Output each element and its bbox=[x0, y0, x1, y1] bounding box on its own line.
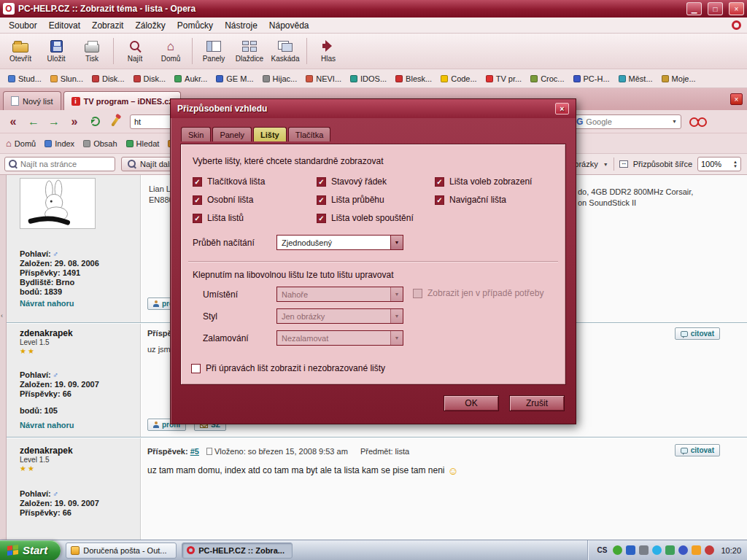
checkbox-unchecked-icon[interactable] bbox=[191, 364, 201, 373]
find-button[interactable]: Najít bbox=[117, 35, 152, 67]
checkbox-lista-voleb-zobrazeni[interactable]: Lišta voleb zobrazení bbox=[435, 176, 532, 187]
menu-item-napoveda[interactable]: Nápověda bbox=[263, 19, 315, 32]
tray-messenger-icon[interactable] bbox=[613, 545, 622, 555]
close-tab-button[interactable]: × bbox=[730, 93, 743, 105]
post-number-link[interactable]: #5 bbox=[190, 447, 199, 456]
web-search-input[interactable] bbox=[586, 117, 669, 126]
checkbox-checked-icon[interactable] bbox=[193, 195, 202, 205]
menu-item-zobrazit[interactable]: Zobrazit bbox=[86, 19, 129, 32]
tray-volume-icon[interactable] bbox=[639, 545, 649, 555]
bookmark-item[interactable]: Aukr... bbox=[170, 73, 212, 85]
menu-item-zalozky[interactable]: Záložky bbox=[129, 19, 171, 32]
voice-button[interactable]: Hlas bbox=[311, 35, 346, 67]
bookmark-item[interactable]: Croc... bbox=[526, 73, 568, 85]
language-indicator[interactable]: CS bbox=[595, 545, 610, 555]
bookmark-item[interactable]: Code... bbox=[436, 73, 481, 85]
checkbox-checked-icon[interactable] bbox=[193, 214, 202, 223]
bookmark-item[interactable]: Disk... bbox=[129, 73, 171, 85]
bookmark-item[interactable]: Blesk... bbox=[391, 73, 436, 85]
checkbox-tlacitkova-lista[interactable]: Tlačítková lišta bbox=[193, 176, 265, 187]
forward-button[interactable]: → bbox=[45, 113, 63, 131]
fit-width-toggle[interactable]: Přizpůsobit šířce bbox=[633, 160, 692, 168]
checkbox-osobni-lista[interactable]: Osobní lišta bbox=[193, 195, 253, 205]
bookmark-item[interactable]: NEVI... bbox=[301, 73, 346, 85]
ok-button[interactable]: OK bbox=[444, 395, 499, 411]
maximize-button[interactable]: □ bbox=[708, 2, 723, 15]
dialog-close-button[interactable]: × bbox=[555, 103, 569, 114]
bookmark-item[interactable]: Měst... bbox=[614, 73, 657, 85]
back-button[interactable]: ← bbox=[25, 113, 42, 131]
bookmark-item[interactable]: Hijac... bbox=[258, 73, 302, 85]
tile-button[interactable]: Dlaždice bbox=[232, 35, 267, 67]
checkbox-lista-voleb-spousteni[interactable]: Lišta voleb spouštění bbox=[317, 213, 414, 223]
author-username[interactable]: zdenakrapek bbox=[20, 446, 73, 456]
save-button[interactable]: Uložit bbox=[39, 35, 74, 67]
checkbox-navigacni-lista[interactable]: Navigační lišta bbox=[435, 195, 506, 205]
print-button[interactable]: Tisk bbox=[74, 35, 109, 67]
checkbox-checked-icon[interactable] bbox=[317, 214, 326, 223]
chevron-down-icon[interactable]: ▼ bbox=[603, 162, 608, 167]
sitenav-index[interactable]: Index bbox=[44, 139, 74, 148]
tab-new-page[interactable]: Nový list bbox=[3, 91, 61, 110]
zoom-spinner[interactable]: ▲▼ bbox=[733, 160, 738, 168]
checkbox-lista-prubehu[interactable]: Lišta průběhu bbox=[317, 195, 384, 205]
bookmark-item[interactable]: Slun... bbox=[46, 73, 88, 85]
progress-dropdown[interactable]: Zjednodušený ▼ bbox=[276, 235, 403, 250]
tab-tlacitka[interactable]: Tlačítka bbox=[288, 127, 331, 141]
reload-button[interactable] bbox=[86, 113, 104, 131]
tray-alert-icon[interactable] bbox=[705, 545, 714, 555]
tab-listy[interactable]: Lišty bbox=[253, 127, 287, 141]
cascade-button[interactable]: Kaskáda bbox=[268, 35, 303, 67]
close-button[interactable]: × bbox=[729, 2, 744, 15]
checkbox-stavovy-radek[interactable]: Stavový řádek bbox=[317, 176, 387, 187]
images-dropdown[interactable]: brázky bbox=[574, 160, 597, 168]
tray-update-icon[interactable] bbox=[665, 545, 675, 555]
quote-button[interactable]: citovat bbox=[675, 327, 720, 340]
checkbox-lista-listu[interactable]: Lišta listů bbox=[193, 213, 244, 223]
checkbox-checked-icon[interactable] bbox=[317, 177, 326, 187]
bookmark-item[interactable]: IDOS... bbox=[346, 73, 391, 85]
sitenav-home[interactable]: ⌂Domů bbox=[6, 139, 36, 148]
menu-item-nastroje[interactable]: Nástroje bbox=[219, 19, 263, 32]
quote-button[interactable]: citovat bbox=[675, 444, 720, 456]
sitenav-contents[interactable]: Obsah bbox=[83, 139, 117, 148]
checkbox-checked-icon[interactable] bbox=[435, 177, 444, 187]
bookmark-item[interactable]: Moje... bbox=[657, 73, 700, 85]
start-button[interactable]: Start bbox=[0, 540, 61, 560]
quick-preferences-button[interactable] bbox=[107, 113, 124, 131]
zoom-glasses-button[interactable] bbox=[687, 114, 709, 130]
back-to-top-link[interactable]: Návrat nahoru bbox=[20, 421, 74, 429]
tab-skin[interactable]: Skin bbox=[181, 127, 211, 141]
tray-mail-icon[interactable] bbox=[678, 545, 688, 555]
tray-network-icon[interactable] bbox=[652, 545, 662, 555]
menu-item-pomucky[interactable]: Pomůcky bbox=[171, 19, 219, 32]
panel-toggle-strip[interactable]: ‹ bbox=[0, 175, 7, 540]
bookmark-item[interactable]: PC-H... bbox=[569, 73, 614, 85]
tab-panely[interactable]: Panely bbox=[212, 127, 252, 141]
taskbar-item-opera[interactable]: PC-HELP.CZ :: Zobra... bbox=[182, 542, 293, 559]
minimize-button[interactable]: ▁ bbox=[686, 2, 702, 15]
find-input[interactable] bbox=[20, 160, 111, 168]
checkbox-checked-icon[interactable] bbox=[435, 195, 444, 205]
taskbar-item-outlook[interactable]: Doručená pošta - Out... bbox=[66, 542, 177, 559]
tray-antivirus-icon[interactable] bbox=[626, 545, 635, 555]
panels-button[interactable]: Panely bbox=[196, 35, 231, 67]
rewind-button[interactable]: « bbox=[4, 113, 22, 131]
bookmark-item[interactable]: Stud... bbox=[4, 73, 46, 85]
bookmark-item[interactable]: Disk... bbox=[88, 73, 129, 85]
checkbox-show-hidden-toolbars[interactable]: Při úpravách lišt zobrazit i nezobrazova… bbox=[191, 363, 385, 373]
checkbox-checked-icon[interactable] bbox=[317, 195, 326, 205]
back-to-top-link[interactable]: Návrat nahoru bbox=[20, 299, 74, 308]
fast-forward-button[interactable]: » bbox=[66, 113, 83, 131]
zoom-select[interactable]: 100% ▲▼ bbox=[697, 157, 741, 171]
sitenav-search[interactable]: Hledat bbox=[126, 139, 160, 148]
menu-item-soubor[interactable]: Soubor bbox=[3, 19, 43, 32]
open-button[interactable]: Otevřít bbox=[3, 35, 38, 67]
tray-scheduler-icon[interactable] bbox=[692, 545, 701, 555]
home-button[interactable]: ⌂ Domů bbox=[153, 35, 188, 67]
bookmark-item[interactable]: TV pr... bbox=[481, 73, 526, 85]
menu-item-editovat[interactable]: Editovat bbox=[43, 19, 86, 32]
checkbox-checked-icon[interactable] bbox=[193, 177, 202, 187]
tab-tv-program[interactable]: i TV program – iDNES.cz bbox=[63, 91, 181, 110]
author-username[interactable]: zdenakrapek bbox=[20, 328, 73, 338]
